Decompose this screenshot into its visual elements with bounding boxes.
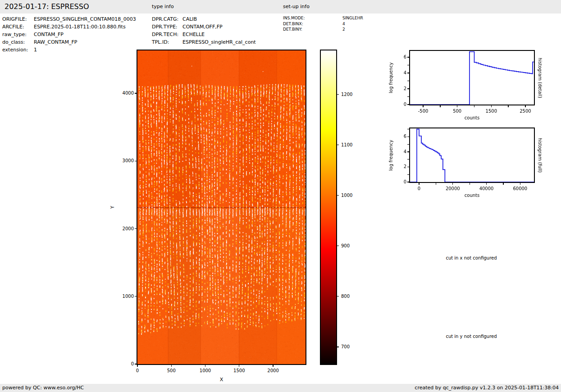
file-info-row: extension:1: [2, 47, 37, 53]
x-axis-tick: [419, 183, 419, 185]
x-axis-tick: [239, 365, 239, 367]
y-axis-tick: [135, 93, 137, 93]
x-tick-label: 60000: [504, 186, 536, 191]
setup-info-label: INS.MODE:: [283, 16, 342, 20]
y-tick-label: 1000: [116, 293, 134, 299]
setup-info-row: INS.MODE:SINGLEHR: [283, 16, 363, 20]
cut-x-message: cut in x not configured: [404, 255, 539, 260]
x-axis-tick: [508, 105, 508, 107]
y-tick-label: 0: [116, 361, 134, 367]
colorbar-tick: [337, 346, 339, 347]
type-info-label: DPR.CATG:: [152, 16, 182, 22]
x-tick-label: 1500: [475, 108, 507, 114]
x-axis-tick: [205, 365, 205, 367]
x-axis-tick: [171, 365, 172, 367]
x-axis-tick: [423, 105, 423, 107]
type-info-value: ESPRESSO_singleHR_cal_cont: [182, 39, 256, 45]
x-axis-tick: [273, 365, 273, 367]
y-axis-tick: [407, 88, 409, 89]
file-info-value: ESPRE.2025-01-18T11:00:10.880.fits: [34, 24, 126, 30]
y-axis-tick: [135, 296, 137, 296]
x-tick-label: 20000: [437, 186, 469, 191]
counts-axis-label: counts: [454, 193, 490, 198]
x-axis-tick: [525, 105, 525, 107]
x-tick-label: 0: [122, 368, 153, 374]
colorbar-tick-label: 1200: [341, 91, 352, 97]
y-axis-tick: [407, 104, 409, 105]
footer-created-by: created by qc_rawdisp.py v1.2.3 on 2025-…: [415, 385, 559, 391]
x-axis-tick: [503, 183, 503, 185]
y-axis-tick: [135, 364, 137, 364]
x-axis-tick: [470, 183, 470, 185]
setup-info-value: 2: [342, 27, 345, 32]
x-tick-label: 0: [403, 186, 435, 191]
log-frequency-axis-label: log frequency: [388, 58, 393, 98]
y-tick-label: 4000: [116, 90, 134, 96]
type-info-label: TPL.ID:: [152, 39, 182, 45]
x-axis-tick: [491, 105, 492, 107]
file-info-row: ORIGFILE:ESPRESSO_SINGLEHR_CONTAM018_000…: [2, 16, 136, 22]
setup-info-label: DET.BINX:: [283, 22, 342, 26]
y-axis-tick: [407, 96, 409, 97]
file-info-label: ARCFILE:: [2, 24, 34, 30]
x-axis-tick: [520, 183, 520, 185]
type-info-row: DPR.CATG:CALIB: [152, 16, 197, 22]
file-info-label: do_class:: [2, 39, 34, 45]
colorbar-gradient: [321, 50, 336, 364]
x-tick-label: 2000: [257, 368, 289, 374]
x-tick-label: 1000: [190, 368, 221, 374]
x-axis-tick: [137, 365, 137, 367]
y-axis-tick: [407, 182, 409, 182]
y-axis-label: Y: [110, 198, 115, 216]
y-axis-tick: [407, 81, 409, 81]
y-axis-tick: [407, 65, 409, 65]
counts-axis-label: counts: [454, 115, 490, 120]
type-info-row: DPR.TECH:ECHELLE: [152, 32, 205, 37]
setup-info-heading: set-up info: [283, 4, 310, 9]
x-axis-tick: [474, 105, 474, 107]
y-tick-label: 0: [388, 101, 406, 107]
type-info-row: TPL.ID:ESPRESSO_singleHR_cal_cont: [152, 39, 256, 45]
y-axis-tick: [407, 167, 409, 167]
file-info-value: RAW_CONTAM_FP: [34, 39, 77, 45]
y-axis-tick: [407, 137, 409, 137]
x-tick-label: 500: [442, 108, 473, 114]
colorbar-tick-label: 1100: [341, 142, 352, 148]
colorbar-tick-label: 700: [341, 344, 350, 350]
x-axis-tick: [440, 105, 440, 107]
type-info-value: ECHELLE: [182, 32, 205, 37]
file-info-row: do_class:RAW_CONTAM_FP: [2, 39, 77, 45]
colorbar-tick: [337, 195, 339, 196]
colorbar-tick: [337, 296, 339, 296]
type-info-heading: type info: [152, 4, 174, 9]
colorbar-tick: [337, 246, 339, 246]
y-axis-tick: [407, 151, 409, 152]
colorbar-tick-label: 900: [341, 243, 350, 249]
type-info-value: CALIB: [182, 16, 197, 22]
y-axis-tick: [407, 174, 409, 175]
x-tick-label: 500: [155, 368, 187, 374]
log-frequency-axis-label: log frequency: [388, 135, 393, 176]
y-tick-label: 3000: [116, 158, 134, 164]
file-info-label: ORIGFILE:: [2, 16, 34, 22]
x-axis-tick: [436, 183, 436, 185]
file-info-label: extension:: [2, 47, 34, 53]
type-info-value: CONTAM,OFF,FP: [182, 24, 223, 30]
colorbar-tick-label: 800: [341, 293, 350, 299]
setup-info-row: DET.BINY:2: [283, 27, 345, 32]
page-title: 2025-01-17: ESPRESSO: [5, 2, 89, 11]
histogram-side-label: histogram (detail): [538, 51, 543, 105]
footer-powered-by: powered by QC: www.eso.org/HC: [2, 385, 84, 391]
y-axis-tick: [407, 57, 409, 57]
type-info-row: DPR.TYPE:CONTAM,OFF,FP: [152, 24, 223, 30]
file-info-value: ESPRESSO_SINGLEHR_CONTAM018_0003: [34, 16, 136, 22]
file-info-label: raw_type:: [2, 32, 34, 37]
x-tick-label: 40000: [471, 186, 502, 191]
x-axis-tick: [486, 183, 487, 185]
x-tick-label: 1500: [223, 368, 255, 374]
file-info-row: ARCFILE:ESPRE.2025-01-18T11:00:10.880.fi…: [2, 24, 126, 30]
file-info-value: CONTAM_FP: [34, 32, 64, 37]
histogram-side-label: histogram (full): [538, 128, 543, 182]
y-axis-tick: [135, 161, 137, 161]
colorbar-tick: [337, 145, 339, 145]
